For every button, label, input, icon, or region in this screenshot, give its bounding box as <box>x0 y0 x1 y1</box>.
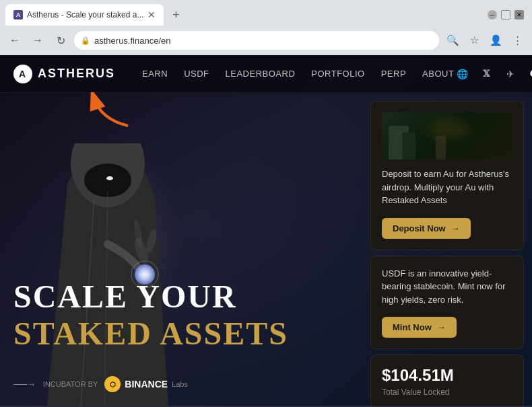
twitter-icon[interactable]: 𝕏 <box>478 66 494 82</box>
site-logo[interactable]: A ASTHERUS <box>13 65 115 83</box>
hero-cards: Deposit to earn Au for Astherus's airdro… <box>370 93 532 406</box>
tab-close-button[interactable]: ✕ <box>147 9 156 20</box>
character-illustration <box>20 123 209 406</box>
binance-icon: ⬡ <box>104 376 121 392</box>
refresh-button[interactable]: ↻ <box>51 31 70 50</box>
deposit-btn-label: Deposit Now <box>393 223 446 233</box>
telegram-icon[interactable]: ✈ <box>502 66 519 82</box>
tvl-stat: $104.51M <box>382 366 512 385</box>
arrow-annotation <box>88 92 135 132</box>
hero-text: Scale Your Staked Assets <box>13 278 288 352</box>
toolbar-icons: 🔍 ☆ 👤 ⋮ <box>443 31 527 50</box>
mint-card: USDF is an innovative yield-bearing stab… <box>370 256 524 350</box>
moon-glow <box>429 119 469 139</box>
browser-toolbar: ← → ↻ 🔒 astherus.finance/en 🔍 ☆ 👤 ⋮ <box>0 26 532 55</box>
tab-bar: A Astherus - Scale your staked a... ✕ + … <box>0 0 532 26</box>
maximize-button[interactable] <box>501 10 510 20</box>
deposit-card-text: Deposit to earn Au for Astherus's airdro… <box>382 168 512 207</box>
back-button[interactable]: ← <box>5 31 24 50</box>
hero-left: Scale Your Staked Assets ──→ INCUBATOR B… <box>0 93 370 406</box>
tree2 <box>402 133 415 159</box>
menu-icon[interactable]: ⋮ <box>508 31 527 50</box>
mint-card-text: USDF is an innovative yield-bearing stab… <box>382 267 512 307</box>
incubator-label: INCUBATOR BY <box>43 380 98 388</box>
deposit-btn-arrow: → <box>451 223 460 233</box>
nav-link-leaderboard[interactable]: LEADERBOARD <box>226 69 296 79</box>
address-bar[interactable]: 🔒 astherus.finance/en <box>74 31 439 50</box>
globe-icon[interactable]: 🌐 <box>454 66 470 82</box>
tvl-label: Total Value Locked <box>382 387 512 397</box>
nav-links: EARN USDF LEADERBOARD PORTFOLIO PERP ABO… <box>142 69 454 79</box>
logo-text: ASTHERUS <box>38 67 115 81</box>
site-nav: A ASTHERUS EARN USDF LEADERBOARD PORTFOL… <box>0 55 532 93</box>
deposit-card-image <box>382 112 512 159</box>
tab-title: Astherus - Scale your staked a... <box>27 10 143 20</box>
hero-section: Scale Your Staked Assets ──→ INCUBATOR B… <box>0 93 532 406</box>
binance-logo: ⬡ BINANCE Labs <box>104 376 188 392</box>
binance-name: BINANCE <box>125 379 168 390</box>
address-text: astherus.finance/en <box>94 36 170 46</box>
logo-icon: A <box>13 65 32 83</box>
nav-link-portfolio[interactable]: PORTFOLIO <box>311 69 364 79</box>
search-icon[interactable]: 🔍 <box>443 31 462 50</box>
site-container: A ASTHERUS EARN USDF LEADERBOARD PORTFOL… <box>0 55 532 406</box>
tree3 <box>436 136 446 159</box>
close-window-button[interactable]: ✕ <box>514 10 524 20</box>
deposit-now-button[interactable]: Deposit Now → <box>382 218 471 239</box>
browser-chrome: A Astherus - Scale your staked a... ✕ + … <box>0 0 532 55</box>
nav-link-perp[interactable]: PERP <box>381 69 406 79</box>
discord-icon[interactable]: 💬 <box>527 66 532 82</box>
active-tab[interactable]: A Astherus - Scale your staked a... ✕ <box>5 4 164 26</box>
svg-point-3 <box>106 176 113 180</box>
nav-link-earn[interactable]: EARN <box>142 69 168 79</box>
annotation-arrow <box>88 92 135 129</box>
binance-labs: Labs <box>172 380 188 388</box>
mint-btn-label: Mint Now <box>393 322 432 332</box>
char-cloak <box>40 143 175 406</box>
forward-button[interactable]: → <box>28 31 47 50</box>
new-tab-button[interactable]: + <box>166 5 185 24</box>
tab-favicon: A <box>13 10 23 20</box>
nav-link-usdf[interactable]: USDF <box>184 69 209 79</box>
lock-icon: 🔒 <box>81 36 90 45</box>
profile-icon[interactable]: 👤 <box>486 31 505 50</box>
deposit-card: Deposit to earn Au for Astherus's airdro… <box>370 101 524 250</box>
hero-title-line1: Scale Your <box>13 278 288 315</box>
mint-btn-arrow: → <box>437 322 446 332</box>
minimize-button[interactable]: ─ <box>488 10 497 20</box>
incubator-arrow-icon: ──→ <box>13 379 36 390</box>
bookmark-icon[interactable]: ☆ <box>465 31 484 50</box>
hero-title-line2: Staked Assets <box>13 315 288 352</box>
incubator-badge: ──→ INCUBATOR BY ⬡ BINANCE Labs <box>13 376 188 392</box>
mint-now-button[interactable]: Mint Now → <box>382 317 457 338</box>
nav-link-about[interactable]: ABOUT <box>422 69 454 79</box>
tvl-card: $104.51M Total Value Locked <box>370 355 524 406</box>
nav-socials: 🌐 𝕏 ✈ 💬 <box>454 66 532 82</box>
